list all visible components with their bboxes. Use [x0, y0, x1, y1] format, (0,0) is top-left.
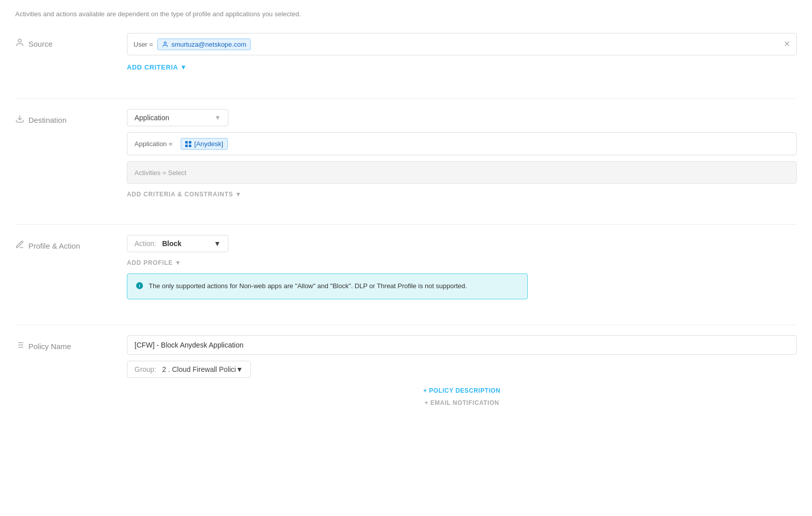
- action-dropdown[interactable]: Action: Block ▼: [127, 235, 228, 252]
- email-notification-button[interactable]: + EMAIL NOTIFICATION: [127, 398, 797, 407]
- activities-row[interactable]: Activities = Select: [127, 161, 797, 184]
- application-type-label: Application: [134, 114, 170, 122]
- settings-icon: [15, 240, 24, 251]
- policy-name-section-label: Policy Name: [28, 342, 71, 351]
- destination-section-label: Destination: [28, 116, 66, 124]
- destination-content: Application ▼ Application = [Anydesk] Ac…: [127, 109, 797, 199]
- group-dropdown[interactable]: Group: 2 . Cloud Firewall Polici ▼: [127, 361, 251, 378]
- apps-grid-icon: [185, 141, 191, 147]
- add-profile-caret-icon: ▼: [175, 259, 182, 266]
- svg-point-1: [164, 42, 166, 44]
- source-section-label: Source: [28, 40, 53, 48]
- group-caret-icon: ▼: [236, 365, 243, 373]
- group-value: 2 . Cloud Firewall Polici: [162, 365, 236, 373]
- app-name: [Anydesk]: [194, 140, 223, 148]
- list-icon: [15, 340, 24, 352]
- add-criteria-button[interactable]: ADD CRITERIA ▼: [127, 61, 187, 73]
- policy-name-content: Group: 2 . Cloud Firewall Polici ▼ + POL…: [127, 335, 797, 407]
- policy-name-input[interactable]: [127, 335, 797, 355]
- email-notification-label: + EMAIL NOTIFICATION: [424, 399, 499, 406]
- person-icon: [15, 38, 24, 49]
- info-circle-icon: [136, 282, 144, 292]
- action-label: Action:: [134, 239, 156, 248]
- intro-text: Activities and actions available are dep…: [15, 10, 797, 18]
- divider-1: [15, 98, 797, 99]
- destination-section: Destination Application ▼ Application = …: [15, 109, 797, 209]
- profile-action-section: Profile & Action Action: Block ▼ ADD PRO…: [15, 235, 797, 309]
- profile-action-section-label: Profile & Action: [28, 242, 80, 250]
- add-criteria-constraints-button[interactable]: ADD CRITERIA & CONSTRAINTS ▼: [127, 190, 242, 199]
- profile-action-label: Profile & Action: [15, 235, 127, 251]
- download-icon: [15, 114, 24, 125]
- profile-action-content: Action: Block ▼ ADD PROFILE ▼ The: [127, 235, 797, 299]
- add-constraints-caret-icon: ▼: [235, 191, 242, 198]
- action-caret-icon: ▼: [214, 239, 221, 248]
- add-criteria-constraints-label: ADD CRITERIA & CONSTRAINTS: [127, 191, 233, 198]
- user-tag-row[interactable]: User = smurtuza@netskope.com ✕: [127, 33, 797, 55]
- svg-point-0: [18, 39, 21, 42]
- application-type-dropdown[interactable]: Application ▼: [127, 109, 228, 126]
- user-email: smurtuza@netskope.com: [172, 41, 247, 48]
- divider-2: [15, 224, 797, 225]
- app-row-label: Application =: [134, 140, 173, 148]
- activities-label: Activities = Select: [134, 169, 186, 177]
- divider-3: [15, 325, 797, 325]
- dropdown-caret-icon: ▼: [215, 114, 221, 121]
- group-label: Group:: [134, 365, 156, 373]
- app-tag-chip: [Anydesk]: [181, 138, 228, 150]
- policy-name-label: Policy Name: [15, 335, 127, 352]
- policy-description-button[interactable]: + POLICY DESCRIPTION: [127, 386, 797, 395]
- add-criteria-label: ADD CRITERIA: [127, 63, 178, 71]
- source-section: Source User = smurtuza@netskope.com ✕ AD…: [15, 33, 797, 83]
- destination-label: Destination: [15, 109, 127, 125]
- add-profile-label: ADD PROFILE: [127, 259, 173, 266]
- user-tag-chip: smurtuza@netskope.com: [157, 39, 251, 50]
- info-box: The only supported actions for Non-web a…: [127, 273, 528, 299]
- add-criteria-caret-icon: ▼: [180, 63, 187, 71]
- application-row[interactable]: Application = [Anydesk]: [127, 132, 797, 155]
- action-value: Block: [162, 239, 181, 248]
- clear-user-button[interactable]: ✕: [784, 40, 790, 48]
- user-tag-label: User =: [133, 41, 153, 48]
- info-message: The only supported actions for Non-web a…: [149, 281, 467, 291]
- policy-name-section: Policy Name Group: 2 . Cloud Firewall Po…: [15, 335, 797, 418]
- source-content: User = smurtuza@netskope.com ✕ ADD CRITE…: [127, 33, 797, 73]
- source-label: Source: [15, 33, 127, 49]
- policy-description-label: + POLICY DESCRIPTION: [423, 387, 500, 394]
- add-profile-button[interactable]: ADD PROFILE ▼: [127, 258, 181, 267]
